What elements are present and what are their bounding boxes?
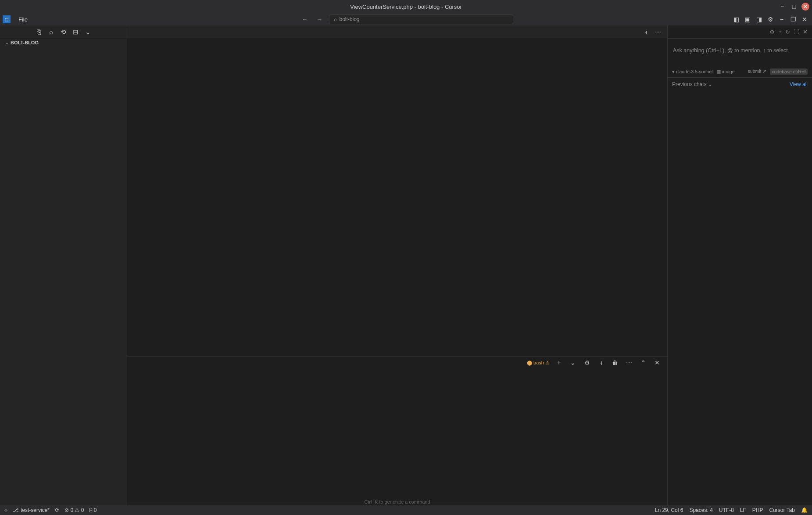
statusbar: ⎆ ⎇ test-service* ⟳ ⊘ 0 ⚠ 0 ⎘ 0 Ln 29, C… (0, 505, 812, 515)
restore-panel-icon[interactable]: ❐ (788, 14, 798, 24)
layout-panel-icon[interactable]: ▣ (743, 14, 752, 24)
line-gutter (127, 42, 149, 356)
more-icon[interactable]: ⌄ (82, 26, 94, 38)
chat-settings-icon[interactable]: ⚙ (769, 29, 775, 35)
language-mode[interactable]: PHP (752, 507, 763, 513)
terminal-panel: ⬤ bash ⚠ + ⌄ ⚙ ⫞ 🗑 ⋯ ⌃ ✕ Ctrl+K to gener… (127, 356, 667, 505)
nav-forward-button[interactable]: → (314, 16, 326, 23)
layout-sidebar-right-icon[interactable]: ◨ (754, 14, 764, 24)
close-panel-icon[interactable]: ✕ (800, 14, 809, 24)
explorer-header[interactable]: ⌄ BOLT-BLOG (0, 39, 127, 47)
git-branch[interactable]: ⎇ test-service* (13, 507, 50, 513)
port-indicator[interactable]: ⎘ 0 (89, 507, 97, 513)
minimize-panel-icon[interactable]: − (777, 14, 787, 24)
layout-sidebar-left-icon[interactable]: ◧ (731, 14, 741, 24)
window-maximize-button[interactable]: □ (790, 3, 798, 11)
codebase-button[interactable]: codebase ctrl+⏎ (770, 68, 808, 75)
collapse-icon[interactable]: ⊟ (70, 26, 82, 38)
menubar: ⬚ File ← → ⌕ bolt-blog ◧ ▣ ◨ ⚙ − ❐ ✕ (0, 13, 812, 25)
settings-gear-icon[interactable]: ⚙ (765, 14, 775, 24)
nav-back-button[interactable]: ← (299, 16, 311, 23)
indentation[interactable]: Spaces: 4 (689, 507, 712, 513)
remote-indicator[interactable]: ⎆ (4, 507, 7, 513)
search-sidebar-icon[interactable]: ⌕ (45, 26, 57, 38)
terminal-split-icon[interactable]: ⫞ (596, 358, 606, 367)
previous-chats: Previous chats ⌄ View all (668, 77, 812, 94)
code-body[interactable] (149, 42, 667, 356)
editor-content[interactable] (127, 42, 667, 356)
eol[interactable]: LF (740, 507, 746, 513)
chat-context-files (668, 39, 812, 44)
terminal-tabs: ⬤ bash ⚠ + ⌄ ⚙ ⫞ 🗑 ⋯ ⌃ ✕ (127, 357, 667, 369)
generate-hint: Ctrl+K to generate a command (127, 498, 667, 505)
chat-panel: ⚙ + ↻ ⛶ ✕ Ask anything (Ctrl+L), @ to me… (667, 25, 812, 505)
split-editor-icon[interactable]: ⫞ (641, 27, 651, 37)
more-actions-icon[interactable]: ⋯ (653, 27, 663, 37)
file-tree (0, 47, 127, 505)
menu-file[interactable]: File (15, 16, 31, 23)
chevron-down-icon: ⌄ (5, 40, 11, 45)
window-titlebar: ViewCounterService.php - bolt-blog - Cur… (0, 0, 812, 13)
app-logo: ⬚ (3, 15, 11, 23)
cursor-position[interactable]: Ln 29, Col 6 (655, 507, 683, 513)
search-placeholder: bolt-blog (340, 16, 360, 22)
breadcrumb[interactable] (127, 39, 667, 42)
editor-area: ⫞ ⋯ ⬤ bash ⚠ + ⌄ ⚙ ⫞ 🗑 ⋯ ⌃ ✕ (127, 25, 667, 505)
window-title: ViewCounterService.php - bolt-blog - Cur… (350, 4, 462, 10)
window-close-button[interactable]: ✕ (801, 3, 809, 11)
new-file-icon[interactable]: ⎘ (33, 26, 45, 38)
explorer-sidebar: ⎘ ⌕ ⟲ ⊟ ⌄ ⌄ BOLT-BLOG (0, 25, 127, 505)
terminal-settings-icon[interactable]: ⚙ (582, 358, 592, 367)
submit-button[interactable]: submit ↗ (748, 68, 767, 75)
image-attach[interactable]: ▦ image (716, 69, 735, 74)
terminal-trash-icon[interactable]: 🗑 (610, 358, 620, 367)
refresh-icon[interactable]: ⟲ (57, 26, 70, 38)
terminal-close-icon[interactable]: ✕ (652, 358, 662, 367)
terminal-maximize-icon[interactable]: ⌃ (638, 358, 648, 367)
terminal-dropdown-icon[interactable]: ⌄ (568, 358, 578, 367)
encoding[interactable]: UTF-8 (719, 507, 734, 513)
cursor-tab[interactable]: Cursor Tab (769, 507, 795, 513)
search-icon: ⌕ (334, 16, 337, 22)
editor-tabs: ⫞ ⋯ (127, 25, 667, 39)
terminal-output[interactable] (127, 369, 667, 498)
command-search-input[interactable]: ⌕ bolt-blog (329, 14, 513, 24)
chat-expand-icon[interactable]: ⛶ (794, 29, 799, 35)
terminal-add-icon[interactable]: + (554, 358, 564, 367)
chat-new-icon[interactable]: + (778, 29, 782, 35)
chat-close-icon[interactable]: ✕ (803, 29, 808, 35)
terminal-more-icon[interactable]: ⋯ (624, 358, 634, 367)
chat-history-icon[interactable]: ↻ (785, 29, 790, 35)
problems-indicator[interactable]: ⊘ 0 ⚠ 0 (64, 507, 84, 513)
sync-button[interactable]: ⟳ (55, 507, 59, 513)
notifications-icon[interactable]: 🔔 (801, 507, 808, 513)
prev-chats-label: Previous chats ⌄ (672, 81, 712, 87)
model-selector[interactable]: ▾ claude-3.5-sonnet (672, 69, 713, 74)
chat-tabs: ⚙ + ↻ ⛶ ✕ (668, 25, 812, 39)
terminal-shell-label[interactable]: ⬤ bash ⚠ (527, 360, 550, 366)
window-minimize-button[interactable]: − (779, 3, 787, 11)
view-all-link[interactable]: View all (790, 81, 808, 87)
chat-input[interactable]: Ask anything (Ctrl+L), @ to mention, ↑ t… (668, 44, 812, 57)
